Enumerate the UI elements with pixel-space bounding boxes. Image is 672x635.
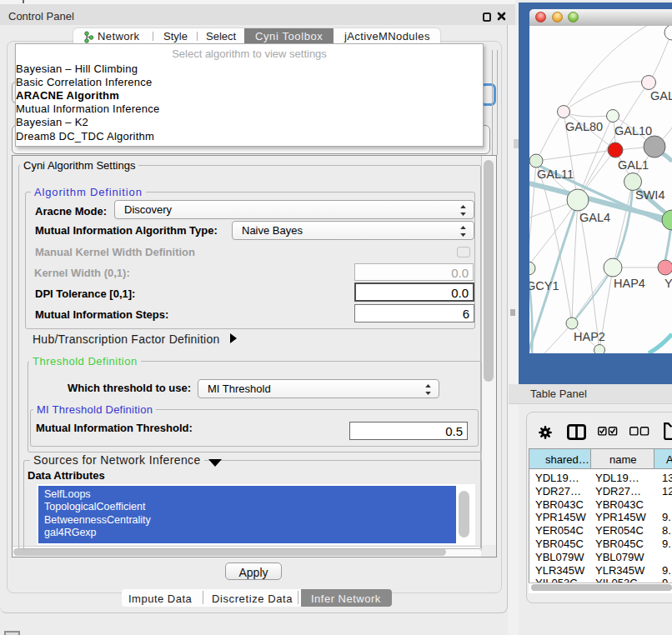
svg-text:GAL10: GAL10 (614, 124, 652, 138)
svg-text:GAL11: GAL11 (537, 168, 574, 181)
svg-text:HAP2: HAP2 (574, 330, 605, 343)
svg-text:SWI4: SWI4 (635, 188, 664, 202)
svg-text:GCY1: GCY1 (529, 279, 559, 292)
svg-text:GAL4: GAL4 (579, 211, 610, 224)
svg-text:Y: Y (664, 277, 672, 290)
svg-text:HAP4: HAP4 (614, 277, 645, 290)
svg-text:GAL80: GAL80 (565, 120, 603, 133)
svg-text:GAL: GAL (650, 89, 672, 102)
svg-text:GAL1: GAL1 (618, 158, 649, 172)
